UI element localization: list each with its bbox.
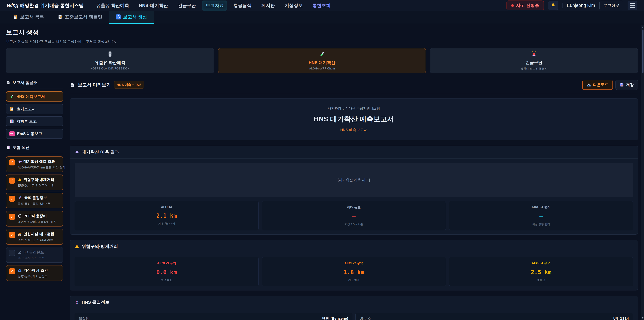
stat-max-concentration: 최대 농도 — 지상 1.5m 기준: [262, 201, 446, 230]
save-button[interactable]: 저장: [616, 80, 638, 90]
floppy-disk-icon: [620, 83, 624, 87]
scroll-down-arrow-icon[interactable]: [642, 317, 644, 319]
download-button[interactable]: 다운로드: [582, 80, 613, 90]
memo-pencil-icon: [58, 15, 62, 20]
test-tube-icon: [10, 94, 14, 99]
zone-aegl3: AEGL-3 구역 0.6 km 생명 위험: [75, 257, 258, 286]
nav-item-rescue[interactable]: 긴급구난: [174, 1, 200, 11]
preview-header: 보고서 미리보기 HNS 예측보고서 다운로드 저장: [70, 80, 638, 93]
templates-heading: 보고서 템플릿: [6, 80, 63, 88]
document-subtitle: HNS 예측보고서: [70, 127, 638, 132]
section-desc: 물질 특성, 독성, UN번호: [18, 202, 50, 206]
section-desc: 개인보호장비, 대응장비 배치: [18, 220, 56, 224]
checkbox-checked[interactable]: ✓: [9, 159, 15, 165]
section-desc: 풍향·풍속, 대기안정도: [18, 274, 48, 278]
zone-aegl1: AEGL-1 구역 2.5 km 불쾌감: [449, 257, 633, 286]
nav-item-weather[interactable]: 기상정보: [281, 1, 306, 11]
header-divider: [88, 3, 88, 9]
section-heading: 위험구역·방제거리: [82, 243, 118, 249]
section-title: 3D 공간분포: [24, 250, 44, 255]
checkbox-checked[interactable]: ✓: [9, 232, 15, 238]
notifications-button[interactable]: [548, 1, 558, 11]
scroll-up-arrow-icon[interactable]: [642, 27, 644, 28]
clipboard-icon: [10, 107, 14, 111]
section-hazard-zone: 위험구역·방제거리 AEGL-3 구역 0.6 km 생명 위험 AEGL-2 …: [70, 240, 638, 290]
section-title: 영향시설·대피현황: [24, 232, 54, 237]
section-item-ppe-equipment[interactable]: ✓ PPE·대응장비 개인보호장비, 대응장비 배치: [6, 211, 63, 226]
section-item-hns-substance[interactable]: ✓ HNS 물질정보 물질 특성, 독성, UN번호: [6, 193, 63, 208]
report-type-title: 긴급구난: [526, 60, 542, 65]
section-item-dispersion-result[interactable]: ✓ 대기확산 예측 결과 ALOHA/WRF-Chem 모델 확산 결과: [6, 156, 63, 172]
warning-icon: [75, 244, 79, 249]
document-title-block: 해양환경 위기대응 통합지원시스템 HNS 대기확산 예측보고서 HNS 예측보…: [70, 98, 638, 140]
template-label: HNS 예측보고서: [16, 94, 45, 99]
section-item-hazard-zone[interactable]: ✓ 위험구역·방제거리 ERPGs 기준 위험구역 범위: [6, 175, 63, 190]
report-type-subtitle: ALOHA·WRF-Chem: [309, 67, 335, 70]
section-title: PPE·대응장비: [24, 213, 47, 218]
siren-icon: [531, 51, 537, 57]
dna-icon: [75, 300, 79, 305]
report-type-title: 유출유 확산예측: [95, 60, 125, 66]
nav-item-board[interactable]: 게시판: [258, 1, 278, 11]
nav-item-hns[interactable]: HNS·대기확산: [135, 1, 172, 11]
clipboard-icon: [6, 145, 10, 150]
checkbox-checked[interactable]: ✓: [9, 268, 15, 274]
nav-item-integrated-search[interactable]: 통합조회: [309, 1, 334, 11]
vertical-scrollbar[interactable]: [641, 25, 644, 320]
section-item-weather-sea[interactable]: ✓ 기상·해상 조건 풍향·풍속, 대기안정도: [6, 265, 63, 281]
nav-item-air-search[interactable]: 항공탐색: [230, 1, 255, 11]
section-item-3d-distribution[interactable]: 3D 공간분포 수직·수평 농도 분포: [6, 247, 63, 263]
report-type-oil-spill[interactable]: 유출유 확산예측 KOSPS·OpenDrift·POSEIDON: [6, 48, 214, 73]
template-item-hns-forecast[interactable]: HNS 예측보고서: [6, 92, 63, 102]
section-title: 기상·해상 조건: [24, 268, 48, 273]
section-heading: 대기확산 예측 결과: [82, 149, 119, 155]
bar-chart-icon: [10, 119, 14, 124]
report-type-subtitle: 복원성·좌초위험 분석: [520, 67, 548, 71]
incident-dot-icon: [511, 4, 514, 7]
zone-value: 0.6 km: [79, 269, 254, 275]
template-item-initial-report[interactable]: 초기보고서: [6, 104, 63, 114]
stat-value: —: [453, 213, 629, 220]
section-item-affected-facilities[interactable]: ✓ 영향시설·대피현황 주변 시설, 인구, 대피 계획: [6, 229, 63, 245]
report-type-cards: 유출유 확산예측 KOSPS·OpenDrift·POSEIDON HNS 대기…: [6, 48, 638, 73]
report-type-rescue[interactable]: 긴급구난 복원성·좌초위험 분석: [430, 48, 638, 73]
template-item-command-report[interactable]: 지휘부 보고: [6, 116, 63, 126]
school-icon: [18, 232, 22, 236]
tab-standard-templates[interactable]: 표준보고서 템플릿: [51, 11, 109, 24]
app-title: 해양환경 위기대응 통합시스템: [20, 2, 84, 9]
checkmark-icon: ✓: [10, 215, 14, 219]
stat-aloha-distance: ALOHA 2.1 km 최대 확산거리: [75, 201, 258, 230]
tab-label: 표준보고서 템플릿: [65, 14, 102, 20]
section-desc: 수직·수평 농도 분포: [18, 256, 44, 260]
tab-report-list[interactable]: 보고서 목록: [6, 11, 51, 24]
checkbox-unchecked[interactable]: [9, 250, 15, 256]
nav-item-reports[interactable]: 보고자료: [202, 1, 228, 11]
template-label: 지휘부 보고: [16, 119, 37, 124]
report-type-hns[interactable]: HNS 대기확산 ALOHA·WRF-Chem: [218, 48, 426, 73]
fog-planet-icon: [18, 160, 22, 164]
section-title: 위험구역·방제거리: [24, 177, 54, 182]
checkbox-checked[interactable]: ✓: [9, 214, 15, 220]
section-title: HNS 물질정보: [24, 195, 47, 200]
scrollbar-thumb[interactable]: [642, 30, 644, 73]
logout-button[interactable]: 로그아웃: [600, 1, 623, 11]
report-preview-panel: 보고서 미리보기 HNS 예측보고서 다운로드 저장: [70, 80, 638, 320]
incident-badge-label: 사고 진행중: [516, 3, 539, 9]
section-desc: 주변 시설, 인구, 대피 계획: [18, 238, 54, 242]
zone-aegl2: AEGL-2 구역 1.8 km 건강 피해: [262, 257, 446, 286]
section-dispersion-result: 대기확산 예측 결과 [대기확산 예측 지도] ALOHA 2.1 km 최대 …: [70, 146, 638, 235]
nav-item-oil-spill[interactable]: 유출유 확산예측: [92, 1, 133, 11]
stat-value: —: [266, 213, 442, 220]
section-desc: ALOHA/WRF-Chem 모델 확산 결과: [18, 165, 60, 169]
tab-report-generate[interactable]: 보고서 생성: [109, 11, 154, 24]
tab-label: 보고서 생성: [123, 14, 147, 20]
checkbox-checked[interactable]: ✓: [9, 178, 15, 184]
section-substance-info: HNS 물질정보 물질명 벤젠 (Benzene) UN번호 UN 1114: [70, 296, 638, 320]
document-icon: [70, 82, 75, 87]
report-sidebar: 보고서 템플릿 HNS 예측보고서 초기보고서 지휘부 보고: [6, 80, 63, 283]
download-icon: [587, 83, 591, 87]
hamburger-menu-button[interactable]: [628, 1, 637, 11]
template-item-ems-response[interactable]: SOS EmS 대응보고: [6, 129, 63, 139]
stat-aegl1-area: AEGL-1 면적 — 확산 영향 면적: [449, 201, 633, 230]
checkbox-checked[interactable]: ✓: [9, 196, 15, 202]
